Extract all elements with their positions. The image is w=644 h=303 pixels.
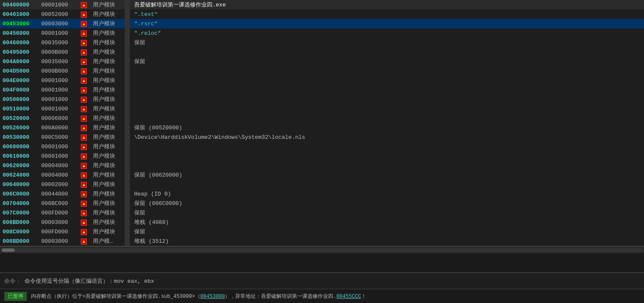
cell-divider (125, 47, 130, 57)
table-row[interactable]: 0045300000003000▲用户模块".rsrc" (0, 19, 644, 28)
cell-address: 00500000 (0, 95, 39, 104)
status-addr2-link[interactable]: 00455CCC (336, 294, 361, 300)
cell-size: 00001000 (39, 151, 77, 161)
hscroll-track (2, 248, 642, 252)
cell-size: 00044000 (39, 189, 77, 199)
warning-icon: ▲ (81, 116, 87, 122)
cell-module: 用户模块 (90, 123, 125, 132)
memory-table[interactable]: 0040000000001000▲用户模块吾爱破解培训第一课选修作业四.exe0… (0, 0, 644, 246)
hscroll-thumb[interactable] (2, 248, 15, 252)
warning-icon: ▲ (81, 153, 87, 159)
cell-divider (125, 38, 130, 47)
table-row[interactable]: 007C0000000FD000▲用户模块保留 (0, 208, 644, 217)
cell-address: 00610000 (0, 151, 39, 161)
warning-icon: ▲ (81, 106, 87, 112)
warning-icon: ▲ (81, 163, 87, 169)
cell-icon: ▲ (77, 57, 90, 66)
cell-address: 008BD000 (0, 236, 39, 246)
horizontal-scrollbar[interactable] (0, 246, 644, 253)
table-row[interactable]: 008BD00000003000▲用户模…堆栈 (3512) (0, 236, 644, 246)
cell-address: 00456000 (0, 28, 39, 38)
cell-address: 007C0000 (0, 208, 39, 217)
table-body: 0040000000001000▲用户模块吾爱破解培训第一课选修作业四.exe0… (0, 0, 644, 246)
cell-info: \Device\HarddiskVolume2\Windows\System32… (130, 132, 644, 142)
cell-address: 00401000 (0, 9, 39, 19)
command-input[interactable]: 命令使用逗号分隔（像汇编语言）：mov eax, ebx (25, 277, 154, 285)
cell-divider (125, 151, 130, 161)
cell-info: 保留 (130, 38, 644, 47)
cell-address: 00460000 (0, 38, 39, 47)
cell-divider (125, 104, 130, 113)
cell-info (130, 161, 644, 170)
table-row[interactable]: 004950000000B000▲用户模块 (0, 47, 644, 57)
cell-address: 008C0000 (0, 227, 39, 236)
cell-info: 保留 (00520000) (130, 123, 644, 132)
cell-size: 00052000 (39, 9, 77, 19)
table-row[interactable]: 0062400000004000▲用户模块保留 (00620000) (0, 170, 644, 180)
warning-icon: ▲ (81, 31, 87, 37)
table-row[interactable]: 0046000000035000▲用户模块保留 (0, 38, 644, 47)
cell-address: 008BD000 (0, 217, 39, 227)
table-row[interactable]: 00526000000A0000▲用户模块保留 (00520000) (0, 123, 644, 132)
table-row[interactable]: 0051000000001000▲用户模块 (0, 104, 644, 113)
cell-address: 00510000 (0, 104, 39, 113)
table-row[interactable]: 0050000000001000▲用户模块 (0, 95, 644, 104)
table-row[interactable]: 008C0000000FD000▲用户模块保留 (0, 227, 644, 236)
table-row[interactable]: 008BD00000003000▲用户模块堆栈 (4088) (0, 217, 644, 227)
cell-address: 006C0000 (0, 189, 39, 199)
cell-address: 00640000 (0, 180, 39, 189)
cell-info: 保留 (130, 227, 644, 236)
cell-icon: ▲ (77, 236, 90, 246)
cell-address: 00624000 (0, 170, 39, 180)
table-row[interactable]: 00530000000C5000▲用户模块\Device\HarddiskVol… (0, 132, 644, 142)
table-row[interactable]: 004E000000001000▲用户模块 (0, 76, 644, 85)
cell-divider (125, 189, 130, 199)
cell-module: 用户模块 (90, 142, 125, 151)
cell-module: 用户模块 (90, 9, 125, 19)
cell-info: ".text" (130, 9, 644, 19)
command-bar: 命令： 命令使用逗号分隔（像汇编语言）：mov eax, ebx (0, 273, 644, 289)
cell-module: 用户模块 (90, 38, 125, 47)
cell-icon: ▲ (77, 170, 90, 180)
cell-module: 用户模块 (90, 161, 125, 170)
cell-size: 000FD000 (39, 208, 77, 217)
cell-divider (125, 85, 130, 95)
cell-size: 000FD000 (39, 227, 77, 236)
cell-info (130, 95, 644, 104)
cell-divider (125, 66, 130, 76)
table-row[interactable]: 0040100000052000▲用户模块".text" (0, 9, 644, 19)
table-row[interactable]: 0045600000001000▲用户模块".reloc" (0, 28, 644, 38)
warning-icon: ▲ (81, 144, 87, 150)
status-addr1-link[interactable]: 00453000 (200, 294, 225, 300)
cell-size: 00002000 (39, 180, 77, 189)
table-row[interactable]: 0060000000001000▲用户模块 (0, 142, 644, 151)
cell-module: 用户模… (90, 236, 125, 246)
cell-info: 吾爱破解培训第一课选修作业四.exe (130, 0, 644, 9)
main-container: 0040000000001000▲用户模块吾爱破解培训第一课选修作业四.exe0… (0, 0, 644, 303)
table-row[interactable]: 0052000000006000▲用户模块 (0, 113, 644, 123)
table-row[interactable]: 004F000000001000▲用户模块 (0, 85, 644, 95)
cell-size: 00001000 (39, 28, 77, 38)
table-row[interactable]: 004A000000035000▲用户模块保留 (0, 57, 644, 66)
cell-divider (125, 161, 130, 170)
table-row[interactable]: 0061000000001000▲用户模块 (0, 151, 644, 161)
table-row[interactable]: 0040000000001000▲用户模块吾爱破解培训第一课选修作业四.exe (0, 0, 644, 9)
status-text-part2: ），异常地址：吾爱破解培训第一课选修作业四. (225, 294, 336, 300)
warning-icon: ▲ (81, 59, 87, 65)
table-row[interactable]: 004D50000000B000▲用户模块 (0, 66, 644, 76)
table-row[interactable]: 00704000000BC000▲用户模块保留 (006C0000) (0, 199, 644, 208)
table-row[interactable]: 006C000000044000▲用户模块Heap (ID 0) (0, 189, 644, 199)
table-row[interactable]: 0064000000002000▲用户模块 (0, 180, 644, 189)
cell-module: 用户模块 (90, 28, 125, 38)
cell-module: 用户模块 (90, 76, 125, 85)
cell-info (130, 76, 644, 85)
cell-divider (125, 236, 130, 246)
cell-size: 00003000 (39, 19, 77, 28)
bottom-panel: 命令： 命令使用逗号分隔（像汇编语言）：mov eax, ebx 已暂停 内存断… (0, 272, 644, 303)
table-row[interactable]: 0062000000004000▲用户模块 (0, 161, 644, 170)
warning-icon: ▲ (81, 68, 87, 74)
cell-module: 用户模块 (90, 151, 125, 161)
cell-divider (125, 76, 130, 85)
status-text-part1: 内存断点（执行）位于<吾爱破解培训第一课选修作业四.sub_453000>（ (31, 294, 200, 300)
cell-address: 00400000 (0, 0, 39, 9)
